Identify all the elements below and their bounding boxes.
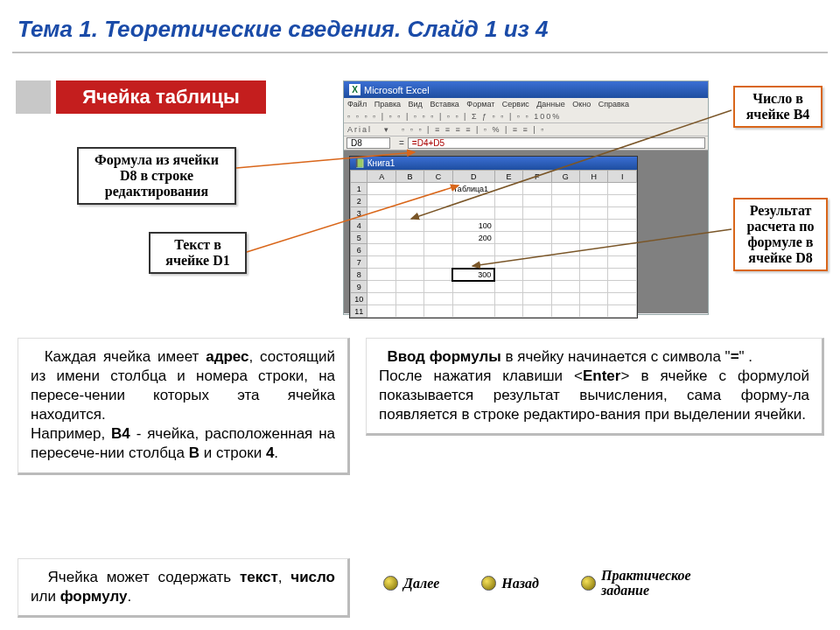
excel-fx-label: = <box>399 138 404 148</box>
nav-next[interactable]: Далее <box>383 576 439 592</box>
excel-workspace: 📗 Книга1 ABCDEFGHI 1Таблица1 2 3 4100 52… <box>344 150 708 313</box>
callout-formula-d8: Формула из ячейки D8 в строке редактиров… <box>77 147 236 205</box>
excel-titlebar: X Microsoft Excel <box>344 81 708 98</box>
excel-formula-input: =D4+D5 <box>408 137 705 149</box>
nav-back-label: Назад <box>501 576 539 592</box>
excel-icon: X <box>349 84 360 95</box>
divider <box>12 52 828 53</box>
bullet-icon <box>581 576 596 591</box>
excel-app-title: Microsoft Excel <box>364 85 430 95</box>
bullet-icon <box>383 576 398 591</box>
nav-back[interactable]: Назад <box>481 576 539 592</box>
menu-item: Вставка <box>430 100 458 108</box>
nav-practice-label: Практическоезадание <box>601 569 691 598</box>
excel-name-box: D8 <box>346 137 390 149</box>
nav-row: Далее Назад Практическоезадание <box>383 569 691 598</box>
menu-item: Данные <box>536 100 565 108</box>
textbox-address: Каждая ячейка имеет адрес, состоящий из … <box>18 338 350 475</box>
nav-practice[interactable]: Практическоезадание <box>581 569 691 598</box>
menu-item: Правка <box>374 100 401 108</box>
menu-item: Окно <box>572 100 591 108</box>
menu-item: Сервис <box>502 100 529 108</box>
page-title: Тема 1. Теоретические сведения. Слайд 1 … <box>0 0 840 52</box>
callout-text-d1: Текст в ячейке D1 <box>149 232 247 274</box>
excel-book-title: 📗 Книга1 <box>350 157 637 170</box>
excel-workbook: 📗 Книга1 ABCDEFGHI 1Таблица1 2 3 4100 52… <box>349 156 638 318</box>
subtitle-block: Ячейка таблицы <box>16 80 226 114</box>
excel-formula-bar: D8 = =D4+D5 <box>344 136 708 150</box>
menu-item: Файл <box>347 100 367 108</box>
excel-menubar: Файл Правка Вид Вставка Формат Сервис Да… <box>344 98 708 110</box>
textbox-formula: Ввод формулы в ячейку начинается с симво… <box>366 338 824 436</box>
menu-item: Вид <box>409 100 423 108</box>
excel-toolbar-1: ▫ ▫ ▫ ▫ | ▫ ▫ | ▫ ▫ ▫ | ▫ ▫ | Σ ƒ ▫ ▫ | … <box>344 110 708 123</box>
excel-grid: ABCDEFGHI 1Таблица1 2 3 4100 5200 6 7 83… <box>350 170 637 318</box>
subtitle: Ячейка таблицы <box>56 80 266 114</box>
callout-result-d8: Результат расчета по формуле в ячейке D8 <box>733 198 828 271</box>
callout-number-b4: Число в ячейке B4 <box>733 86 822 128</box>
textbox-content-types: Ячейка может содержать текст, число или … <box>18 558 350 618</box>
nav-next-label: Далее <box>403 576 439 592</box>
subtitle-decoration <box>16 80 51 114</box>
menu-item: Справка <box>598 100 629 108</box>
bullet-icon <box>481 576 496 591</box>
menu-item: Формат <box>466 100 494 108</box>
excel-screenshot: X Microsoft Excel Файл Правка Вид Вставк… <box>343 80 709 315</box>
excel-toolbar-2: Arial ▾ ▫ ▫ ▫ | ≡ ≡ ≡ ≡ | ▫ % | ≡ ≡ | ▫ <box>344 123 708 136</box>
